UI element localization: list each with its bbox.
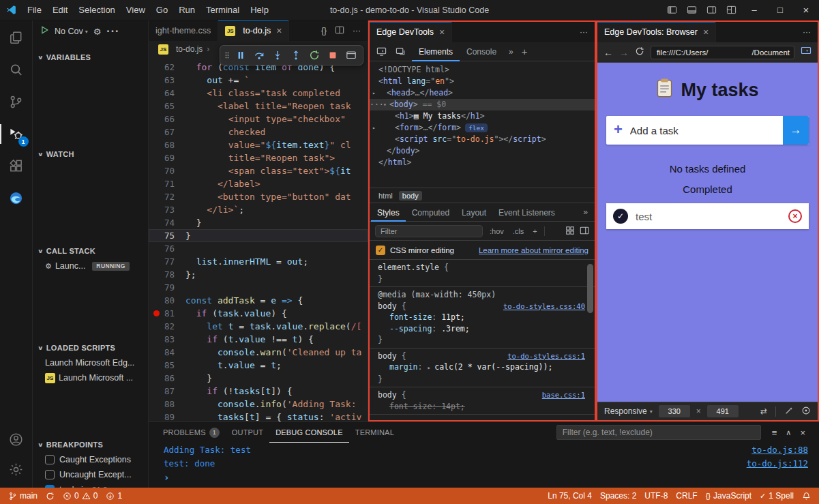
gutter-line-81[interactable]: 81 bbox=[149, 307, 185, 320]
dom-node-3[interactable]: ···▾<body> == $0 bbox=[370, 99, 595, 110]
menu-terminal[interactable]: Terminal bbox=[200, 0, 245, 20]
launch-config-dropdown[interactable]: No Cov▾ bbox=[55, 27, 88, 36]
panel-tab-problems[interactable]: PROBLEMS1 bbox=[157, 422, 226, 443]
css-property-margin[interactable]: margin: ▸ calc(2 * var(--spacing)); bbox=[378, 361, 585, 374]
counter-badge[interactable]: 1 bbox=[102, 488, 126, 504]
dom-node-6[interactable]: <script src="to-do.js"></script> bbox=[370, 134, 595, 145]
devtools-tab-console[interactable]: Console bbox=[460, 42, 503, 61]
spell-checker-status[interactable]: ✓1 Spell bbox=[756, 488, 798, 504]
gutter-line-89[interactable]: 89 bbox=[149, 411, 185, 421]
sidebar-item-extensions[interactable] bbox=[0, 150, 33, 182]
css-mirror-checkbox[interactable]: ✓ bbox=[376, 246, 385, 255]
console-prompt-row[interactable]: › bbox=[164, 471, 808, 484]
sidebar-item-search[interactable] bbox=[0, 54, 33, 86]
collapse-panel-icon[interactable]: ∧ bbox=[786, 428, 791, 437]
menu-help[interactable]: Help bbox=[245, 0, 274, 20]
sidebar-item-explorer[interactable] bbox=[0, 22, 33, 54]
add-task-input[interactable] bbox=[630, 125, 783, 136]
language-indicator[interactable]: {}JavaScript bbox=[702, 488, 756, 504]
dom-node-2[interactable]: ▸<head>…</head> bbox=[370, 87, 595, 99]
dom-node-8[interactable]: </html> bbox=[370, 157, 595, 168]
gutter-line-84[interactable]: 84 bbox=[149, 346, 185, 359]
section-header-watch[interactable]: ∨WATCH bbox=[33, 147, 148, 162]
stop-button[interactable] bbox=[324, 47, 342, 63]
menu-edit[interactable]: Edit bbox=[47, 0, 73, 20]
sidebar-item-launc[interactable]: ⚙Launc...RUNNING bbox=[33, 258, 148, 273]
debug-toolbar-grip[interactable] bbox=[223, 50, 231, 61]
pause-button[interactable] bbox=[232, 47, 250, 63]
computed-panel-icon[interactable] bbox=[580, 226, 589, 237]
gutter-line-78[interactable]: 78 bbox=[149, 268, 185, 281]
gutter-line-77[interactable]: 77 bbox=[149, 255, 185, 268]
gutter-line-70[interactable]: 70 bbox=[149, 164, 185, 177]
pseudo-button-cls[interactable]: .cls bbox=[511, 226, 526, 236]
toggle-panel-icon[interactable] bbox=[682, 0, 702, 20]
css-selector[interactable]: element.style bbox=[378, 263, 439, 272]
gutter-line-83[interactable]: 83 bbox=[149, 333, 185, 346]
viewport-height-input[interactable]: 491 bbox=[707, 405, 739, 417]
css-property-font-size[interactable]: font-size: 11pt; bbox=[378, 312, 585, 323]
account-button[interactable] bbox=[0, 424, 33, 456]
source-link[interactable]: to-do.js:112 bbox=[747, 457, 808, 471]
expand-value-icon[interactable]: ▸ bbox=[427, 364, 434, 371]
section-header-call-stack[interactable]: ∨CALL STACK bbox=[33, 243, 148, 258]
tools-overflow-icon[interactable]: » bbox=[509, 47, 513, 57]
close-tab-icon[interactable]: × bbox=[276, 25, 282, 36]
css-selector[interactable]: body bbox=[378, 301, 397, 311]
source-link[interactable]: to-do.js:88 bbox=[751, 443, 808, 457]
address-bar[interactable]: file:///C:/Users/ /Document bbox=[651, 46, 794, 59]
split-editor-icon[interactable] bbox=[335, 25, 344, 37]
console-options-icon[interactable]: ≡ bbox=[772, 428, 777, 438]
sync-button[interactable] bbox=[42, 488, 59, 504]
open-window-icon[interactable] bbox=[393, 46, 408, 57]
css-selector[interactable]: body bbox=[378, 351, 397, 361]
back-icon[interactable]: ← bbox=[604, 47, 613, 58]
dom-crumb-body[interactable]: body bbox=[399, 191, 422, 201]
breakpoint-dot[interactable] bbox=[153, 310, 160, 316]
task-checkbox[interactable]: ✓ bbox=[613, 209, 628, 224]
breadcrumb-file[interactable]: to-do.js bbox=[176, 44, 203, 54]
add-tool-icon[interactable]: + bbox=[522, 46, 528, 57]
gutter-line-63[interactable]: 63 bbox=[149, 74, 185, 87]
expand-arrow-icon[interactable]: ▸ bbox=[370, 87, 378, 99]
editor-more-actions-icon[interactable]: ··· bbox=[353, 26, 361, 35]
notifications-button[interactable] bbox=[798, 488, 815, 504]
settings-button[interactable] bbox=[0, 456, 33, 488]
checkbox[interactable]: ✓ bbox=[45, 485, 55, 488]
styles-overflow-icon[interactable]: » bbox=[578, 207, 593, 217]
editor-tab-to-do-js[interactable]: JSto-do.js× bbox=[218, 20, 289, 41]
problems-indicator[interactable]: 0 0 bbox=[59, 488, 102, 504]
expand-arrow-icon[interactable]: ▸ bbox=[370, 122, 378, 134]
pseudo-button-hov[interactable]: :hov bbox=[488, 226, 506, 236]
code-editor[interactable]: 62 for (const item of done) {63 out += `… bbox=[149, 57, 368, 421]
gutter-line-67[interactable]: 67 bbox=[149, 125, 185, 138]
css-property-font-size[interactable]: font-size: 14pt; bbox=[378, 401, 585, 413]
styles-rule-list[interactable]: element.style {}@media (max-width: 450px… bbox=[370, 260, 595, 420]
css-mirror-learn-link[interactable]: Learn more about mirror editing bbox=[479, 246, 589, 254]
stylesheet-link[interactable]: to-do-styles.css:1 bbox=[507, 351, 585, 362]
gutter-line-66[interactable]: 66 bbox=[149, 113, 185, 125]
sidebar-item-edge-devtools[interactable] bbox=[0, 182, 33, 214]
dom-crumb-html[interactable]: html bbox=[375, 191, 396, 201]
gutter-line-88[interactable]: 88 bbox=[149, 398, 185, 411]
gutter-line-87[interactable]: 87 bbox=[149, 385, 185, 398]
gutter-line-62[interactable]: 62 bbox=[149, 61, 185, 74]
menu-go[interactable]: Go bbox=[151, 0, 173, 20]
panel-tab-output[interactable]: OUTPUT bbox=[226, 422, 269, 443]
dom-node-0[interactable]: <!DOCTYPE html> bbox=[370, 64, 595, 76]
viewport-width-input[interactable]: 330 bbox=[659, 405, 690, 417]
debug-views-more-icon[interactable]: ··· bbox=[106, 25, 119, 38]
dom-node-5[interactable]: ▸<form>…</form>flex bbox=[370, 122, 595, 134]
styles-tab-computed[interactable]: Computed bbox=[406, 203, 456, 222]
section-header-variables[interactable]: ∨VARIABLES bbox=[33, 50, 148, 65]
sidebar-item-launch-microsoft[interactable]: JSLaunch Microsoft ... bbox=[33, 370, 148, 385]
screencast-toggle-icon[interactable] bbox=[374, 46, 389, 57]
gutter-line-76[interactable]: 76 bbox=[149, 242, 185, 255]
gutter-line-74[interactable]: 74 bbox=[149, 216, 185, 229]
cursor-position[interactable]: Ln 75, Col 4 bbox=[543, 488, 596, 504]
dom-node-4[interactable]: <h1>▤ My tasks</h1> bbox=[370, 110, 595, 122]
checkbox[interactable] bbox=[45, 455, 55, 464]
menu-file[interactable]: File bbox=[22, 0, 47, 20]
devtools-tab-elements[interactable]: Elements bbox=[412, 42, 460, 61]
branch-indicator[interactable]: main bbox=[4, 488, 42, 504]
